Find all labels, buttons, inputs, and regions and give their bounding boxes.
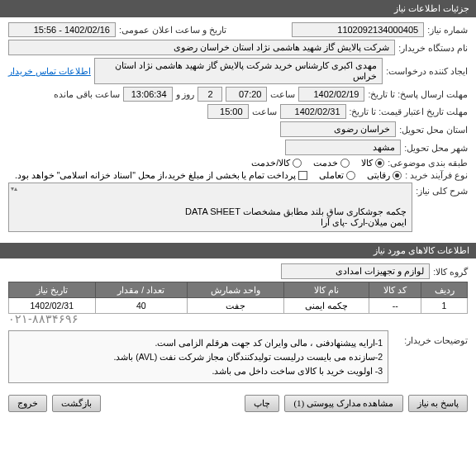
- goods-table: ردیف کد کالا نام کالا واحد شمارش تعداد /…: [8, 282, 468, 314]
- radio-label: کالا: [361, 158, 373, 168]
- checkbox-label: پرداخت تمام یا بخشی از مبلغ خرید،از محل …: [15, 170, 296, 180]
- province-label: استان محل تحویل:: [399, 125, 468, 135]
- category-option-service[interactable]: خدمت: [313, 158, 350, 168]
- col-code: کد کالا: [369, 282, 421, 298]
- group-value: لوازم و تجهیزات امدادی: [281, 263, 430, 279]
- deadline-date: 1402/02/19: [298, 87, 364, 102]
- print-button[interactable]: چاپ: [245, 395, 279, 412]
- buyer-notes-text: 1-ارایه پیشنهادفنی ، مالی وایران کد جهت …: [8, 330, 388, 383]
- col-unit: واحد شمارش: [188, 282, 284, 298]
- need-number-value: 1102092134000405: [292, 22, 424, 37]
- radio-icon: [375, 159, 384, 168]
- window-title-bar: جزئیات اطلاعات نیاز: [0, 0, 476, 17]
- goods-section-header: اطلاعات کالاهای مورد نیاز: [0, 243, 476, 258]
- public-announce-value: 1402/02/16 - 15:56: [8, 22, 116, 37]
- radio-icon: [346, 171, 355, 180]
- checkbox-icon: [298, 171, 307, 180]
- radio-label: تعاملی: [319, 170, 344, 180]
- deadline-days: 2: [198, 87, 222, 102]
- category-option-goods[interactable]: کالا: [361, 158, 384, 168]
- category-label: طبقه بندی موضوعی:: [388, 158, 468, 168]
- deadline-days-label: روز و: [176, 89, 195, 99]
- col-qty: تعداد / مقدار: [95, 282, 188, 298]
- process-option-competitive[interactable]: رقابتی: [367, 170, 402, 180]
- respond-button[interactable]: پاسخ به نیاز: [408, 395, 469, 412]
- validity-date: 1402/02/31: [280, 104, 346, 119]
- process-label: نوع فرآیند خرید :: [405, 170, 468, 180]
- radio-label: کالا/خدمت: [251, 158, 290, 168]
- city-value: مشهد: [285, 140, 401, 155]
- public-announce-label: تاریخ و ساعت اعلان عمومی:: [119, 25, 226, 35]
- radio-label: خدمت: [313, 158, 338, 168]
- description-label: شرح کلی نیاز:: [416, 183, 468, 196]
- buyer-org-label: نام دستگاه خریدار:: [398, 43, 468, 53]
- category-radio-group: کالا خدمت کالا/خدمت: [251, 158, 384, 168]
- description-textarea[interactable]: ▴▾ چکمه جوشکاری ساق بلند مطابق مشخصات DA…: [8, 183, 412, 232]
- deadline-time: 07:20: [226, 87, 267, 102]
- need-number-label: شماره نیاز:: [427, 25, 468, 35]
- province-value: خراسان رضوی: [280, 121, 396, 137]
- radio-icon: [393, 171, 402, 180]
- table-header-row: ردیف کد کالا نام کالا واحد شمارش تعداد /…: [9, 282, 468, 298]
- description-value: چکمه جوشکاری ساق بلند مطابق مشخصات DATA …: [185, 206, 407, 227]
- cell-row: 1: [421, 298, 468, 314]
- resize-handle-icon[interactable]: ▴▾: [11, 185, 17, 192]
- exit-button[interactable]: خروج: [8, 395, 47, 412]
- deadline-remain-time: 13:06:34: [123, 87, 173, 102]
- goods-area: گروه کالا: لوازم و تجهیزات امدادی ردیف ک…: [0, 258, 476, 388]
- radio-icon: [340, 159, 350, 168]
- window-title: جزئیات اطلاعات نیاز: [394, 3, 469, 13]
- watermark-phone: ۰۲۱-۸۸۳۴۶۹۶: [8, 312, 468, 325]
- col-row: ردیف: [421, 282, 468, 298]
- goods-section-title: اطلاعات کالاهای مورد نیاز: [374, 245, 469, 255]
- validity-time-label: ساعت: [252, 107, 277, 116]
- cell-date: 1402/02/31: [9, 298, 96, 314]
- process-radio-group: رقابتی تعاملی پرداخت تمام یا بخشی از مبل…: [15, 170, 402, 180]
- radio-icon: [293, 159, 302, 168]
- group-label: گروه کالا:: [433, 267, 468, 277]
- buyer-contact-link[interactable]: اطلاعات تماس خریدار: [8, 66, 91, 76]
- deadline-label: مهلت ارسال پاسخ: تا تاریخ:: [368, 89, 468, 99]
- buyer-org-value: شرکت پالایش گاز شهید هاشمی نژاد استان خر…: [8, 40, 395, 55]
- deadline-time-label: ساعت: [270, 89, 295, 99]
- cell-code: --: [369, 298, 421, 314]
- back-button[interactable]: بازگشت: [52, 395, 101, 412]
- city-label: شهر محل تحویل:: [404, 143, 468, 153]
- buyer-notes-label: توضیحات خریدار:: [393, 330, 468, 345]
- treasury-checkbox[interactable]: پرداخت تمام یا بخشی از مبلغ خرید،از محل …: [15, 170, 307, 180]
- cell-name: چکمه ایمنی: [284, 298, 369, 314]
- col-date: تاریخ نیاز: [9, 282, 96, 298]
- validity-time: 15:00: [207, 104, 249, 119]
- category-option-both[interactable]: کالا/خدمت: [251, 158, 302, 168]
- cell-unit: جفت: [188, 298, 284, 314]
- attachments-button[interactable]: مشاهده مدارک پیوستی (1): [284, 395, 402, 412]
- deadline-remain-label: ساعت باقی مانده: [54, 89, 120, 99]
- validity-label: مهلت تاریخ اعتبار قیمت: تا تاریخ:: [350, 107, 468, 116]
- radio-label: رقابتی: [367, 170, 390, 180]
- process-option-interactive[interactable]: تعاملی: [319, 170, 355, 180]
- col-name: نام کالا: [284, 282, 369, 298]
- footer-bar: پاسخ به نیاز مشاهده مدارک پیوستی (1) چاپ…: [0, 388, 476, 419]
- table-row[interactable]: 1 -- چکمه ایمنی جفت 40 1402/02/31: [9, 298, 468, 314]
- requester-value: مهدی اکبری کارشناس خرید شرکت پالایش گاز …: [94, 58, 383, 84]
- cell-qty: 40: [95, 298, 188, 314]
- requester-label: ایجاد کننده درخواست:: [386, 66, 468, 76]
- form-area: شماره نیاز: 1102092134000405 تاریخ و ساع…: [0, 17, 476, 239]
